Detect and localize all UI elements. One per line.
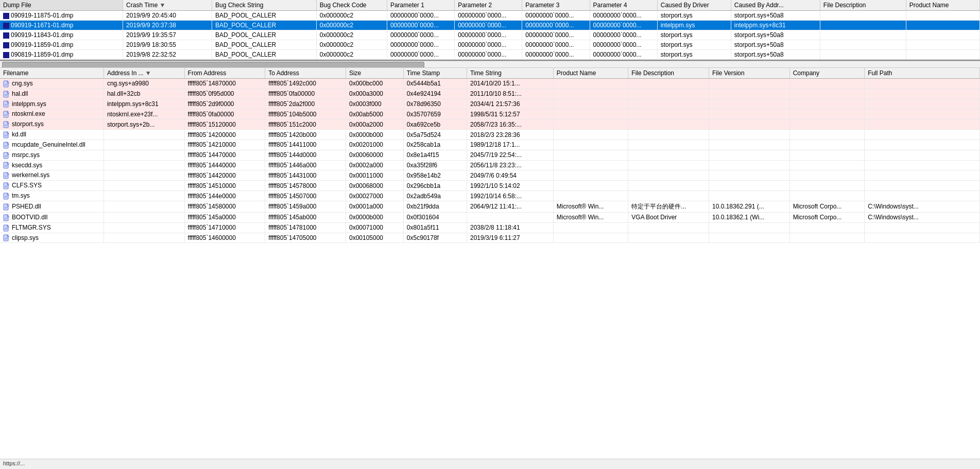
svg-rect-20 [5, 146, 7, 147]
bottom-table-row[interactable]: mcupdate_GenuineIntel.dllfffff805`142100… [0, 140, 980, 150]
bottom-table-row[interactable]: hal.dllhal.dll+32cbfffff805`0f95d000ffff… [0, 89, 980, 99]
top-col-header-param1[interactable]: Parameter 1 [387, 0, 454, 11]
top-cell-param1: 00000000`0000... [387, 21, 454, 30]
file-icon [3, 214, 10, 221]
bottom-table-row[interactable]: storport.sysstorport.sys+2b...fffff805`1… [0, 119, 980, 130]
top-cell-param3: 00000000`0000... [522, 50, 590, 60]
bottom-cell-company [789, 150, 864, 160]
bottom-table-row[interactable]: werkernel.sysfffff805`14420000fffff805`1… [0, 170, 980, 181]
bottom-col-header-filename[interactable]: Filename [0, 68, 104, 79]
bottom-cell-fromAddress: fffff805`14200000 [184, 130, 265, 140]
bottom-col-header-productName[interactable]: Product Name [553, 68, 628, 79]
bottom-cell-timeStamp: 0x78d96350 [403, 99, 467, 109]
bottom-cell-filename: storport.sys [0, 119, 104, 130]
top-col-header-causedByAddr[interactable]: Caused By Addr... [731, 0, 820, 11]
bottom-table-row[interactable]: CLFS.SYSfffff805`14510000fffff805`145780… [0, 181, 980, 191]
top-col-header-param4[interactable]: Parameter 4 [590, 0, 657, 11]
top-col-header-productName[interactable]: Product Name [906, 0, 979, 11]
bottom-col-header-timeString[interactable]: Time String [467, 68, 553, 79]
top-col-header-causedByDriver[interactable]: Caused By Driver [657, 0, 731, 11]
top-col-header-fileDescription[interactable]: File Description [820, 0, 906, 11]
bottom-cell-toAddress: fffff805`104b5000 [265, 109, 346, 119]
bottom-table-row[interactable]: ksecdd.sysfffff805`14440000fffff805`1446… [0, 160, 980, 170]
bottom-cell-filename: msrpc.sys [0, 150, 104, 160]
bottom-col-header-size[interactable]: Size [346, 68, 403, 79]
top-cell-param3: 00000000`0000... [522, 30, 590, 40]
bottom-cell-company [789, 109, 864, 119]
bottom-cell-addressIn: intelppm.sys+8c31 [104, 99, 184, 109]
bottom-cell-productName [553, 140, 628, 150]
top-cell-bugCheckCode: 0x000000c2 [316, 11, 387, 21]
top-cell-causedByAddr: intelppm.sys+8c31 [731, 21, 820, 30]
top-cell-fileDescription [820, 30, 906, 40]
bottom-cell-size: 0x0003f000 [346, 99, 403, 109]
scrollbar-area[interactable] [0, 61, 980, 68]
bottom-cell-addressIn [104, 140, 184, 150]
bottom-cell-timeStamp: 0x296cbb1a [403, 181, 467, 191]
bottom-cell-fileDescription [628, 89, 709, 99]
bottom-cell-productName [553, 99, 628, 109]
bottom-col-header-toAddress[interactable]: To Address [265, 68, 346, 79]
file-icon [3, 152, 10, 159]
file-icon [3, 111, 10, 118]
bottom-table-row[interactable]: intelppm.sysintelppm.sys+8c31fffff805`2d… [0, 99, 980, 109]
bottom-table-row[interactable]: clipsp.sysfffff805`14600000fffff805`1470… [0, 233, 980, 243]
bottom-table-row[interactable]: kd.dllfffff805`14200000fffff805`1420b000… [0, 130, 980, 140]
bottom-cell-productName [553, 130, 628, 140]
bottom-col-header-company[interactable]: Company [789, 68, 864, 79]
top-cell-crashTime: 2019/9/9 19:35:57 [123, 30, 212, 40]
sort-arrow-icon: ▼ [145, 70, 151, 77]
bottom-col-header-fileVersion[interactable]: File Version [709, 68, 789, 79]
bottom-col-header-fileDescription[interactable]: File Description [628, 68, 709, 79]
top-table-header-row: Dump FileCrash Time ▼Bug Check StringBug… [0, 0, 980, 11]
bottom-cell-size: 0x00068000 [346, 181, 403, 191]
dump-file-icon [3, 52, 9, 58]
top-table-row[interactable]: 090919-11859-01.dmp2019/9/9 18:30:55BAD_… [0, 40, 980, 50]
top-table-row[interactable]: 090819-11859-01.dmp2019/9/8 22:32:52BAD_… [0, 50, 980, 60]
top-cell-param2: 00000000`0000... [455, 50, 522, 60]
bottom-table-row[interactable]: cng.syscng.sys+a9980fffff805`14870000fff… [0, 79, 980, 89]
top-cell-param2: 00000000`0000... [455, 11, 522, 21]
bottom-col-header-addressIn[interactable]: Address In ... ▼ [104, 68, 184, 79]
bottom-table-row[interactable]: msrpc.sysfffff805`14470000fffff805`144d0… [0, 150, 980, 160]
bottom-cell-timeStamp: 0x0f301604 [403, 212, 467, 222]
top-col-header-param2[interactable]: Parameter 2 [455, 0, 522, 11]
svg-rect-38 [5, 208, 7, 209]
top-cell-bugCheckString: BAD_POOL_CALLER [212, 50, 317, 60]
bottom-table-row[interactable]: BOOTVID.dllfffff805`145a0000fffff805`145… [0, 212, 980, 222]
bottom-table-row[interactable]: FLTMGR.SYSfffff805`14710000fffff805`1478… [0, 222, 980, 233]
bottom-col-header-fullPath[interactable]: Full Path [865, 68, 980, 79]
bottom-cell-fileVersion [709, 233, 789, 243]
bottom-cell-size: 0x000a2000 [346, 119, 403, 130]
scrollbar-thumb[interactable] [2, 62, 424, 68]
bottom-table-container: FilenameAddress In ... ▼From AddressTo A… [0, 68, 980, 243]
top-col-header-param3[interactable]: Parameter 3 [522, 0, 590, 11]
top-col-header-bugCheckCode[interactable]: Bug Check Code [316, 0, 387, 11]
bottom-table-row[interactable]: PSHED.dllfffff805`14580000fffff805`1459a… [0, 201, 980, 212]
top-col-header-dumpFile[interactable]: Dump File [0, 0, 123, 11]
bottom-cell-filename: CLFS.SYS [0, 181, 104, 191]
bottom-cell-toAddress: fffff805`1459a000 [265, 201, 346, 212]
top-table-row[interactable]: 090919-11843-01.dmp2019/9/9 19:35:57BAD_… [0, 30, 980, 40]
dump-file-icon [3, 13, 9, 19]
bottom-cell-timeStamp: 0x8e1a4f15 [403, 150, 467, 160]
bottom-col-header-timeStamp[interactable]: Time Stamp [403, 68, 467, 79]
bottom-cell-company [789, 233, 864, 243]
bottom-col-header-fromAddress[interactable]: From Address [184, 68, 265, 79]
svg-rect-25 [5, 165, 8, 166]
top-col-header-crashTime[interactable]: Crash Time ▼ [123, 0, 212, 11]
bottom-cell-fromAddress: fffff805`14870000 [184, 79, 265, 89]
bottom-cell-fromAddress: fffff805`15120000 [184, 119, 265, 130]
bottom-cell-timeString: 1992/1/10 5:14:02 [467, 181, 553, 191]
top-col-header-bugCheckString[interactable]: Bug Check String [212, 0, 317, 11]
bottom-cell-fromAddress: fffff805`144e0000 [184, 191, 265, 201]
svg-rect-7 [5, 104, 8, 105]
top-table-row[interactable]: 090919-11875-01.dmp2019/9/9 20:45:40BAD_… [0, 11, 980, 21]
bottom-cell-productName [553, 160, 628, 170]
bottom-table-row[interactable]: ntoskrnl.exentoskrnl.exe+23f...fffff805`… [0, 109, 980, 119]
bottom-cell-company [789, 99, 864, 109]
bottom-cell-timeString: 2045/7/19 22:54:... [467, 150, 553, 160]
bottom-table-row[interactable]: tm.sysfffff805`144e0000fffff805`14507000… [0, 191, 980, 201]
bottom-cell-addressIn [104, 191, 184, 201]
top-table-row[interactable]: 090919-11671-01.dmp2019/9/9 20:37:38BAD_… [0, 21, 980, 30]
